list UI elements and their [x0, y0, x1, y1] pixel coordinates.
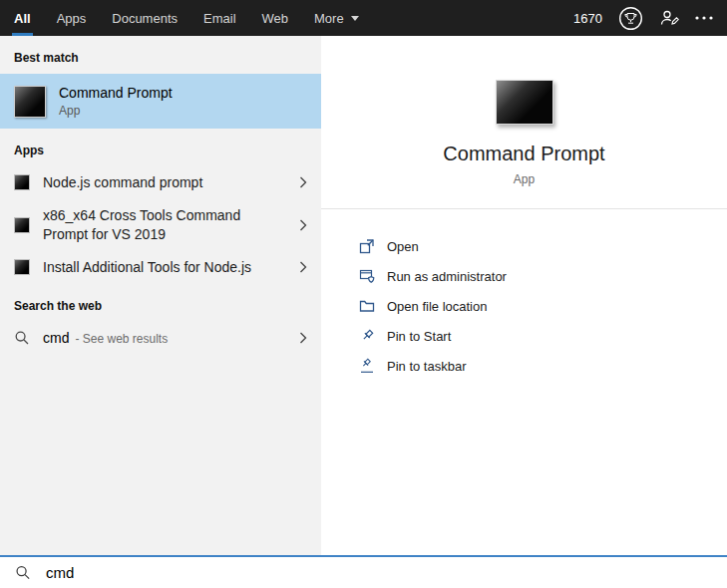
- tab-web-label: Web: [262, 11, 289, 26]
- rewards-points-count: 1670: [573, 11, 602, 26]
- web-result-suffix: - See web results: [75, 332, 168, 346]
- ellipsis-icon[interactable]: [695, 16, 713, 20]
- tab-all-label: All: [14, 11, 31, 26]
- search-the-web-header: Search the web: [0, 284, 321, 322]
- best-match-title: Command Prompt: [59, 85, 173, 101]
- results-list-panel: Best match Command Prompt App Apps Node.…: [0, 36, 321, 555]
- best-match-header: Best match: [0, 36, 321, 74]
- windows-search-panel: All Apps Documents Email Web More 1670: [0, 0, 727, 588]
- app-item-install-additional-tools[interactable]: Install Additional Tools for Node.js: [0, 251, 321, 284]
- action-label: Pin to taskbar: [387, 359, 467, 374]
- action-pin-to-taskbar[interactable]: Pin to taskbar: [359, 351, 727, 381]
- tab-email-label: Email: [203, 11, 236, 26]
- search-icon: [15, 565, 31, 581]
- tab-apps-label: Apps: [57, 11, 87, 26]
- action-open[interactable]: Open: [359, 231, 727, 261]
- filter-tabs: All Apps Documents Email Web More: [14, 0, 359, 36]
- tab-email[interactable]: Email: [203, 0, 236, 36]
- tab-more-label: More: [314, 11, 344, 26]
- terminal-icon: [14, 217, 30, 233]
- topbar-right-cluster: 1670: [573, 0, 713, 36]
- web-result-label: cmd- See web results: [43, 329, 280, 348]
- action-label: Open file location: [387, 299, 487, 314]
- search-filter-bar: All Apps Documents Email Web More 1670: [0, 0, 727, 36]
- admin-shield-icon: [359, 268, 375, 284]
- best-match-item[interactable]: Command Prompt App: [0, 74, 321, 129]
- app-item-x86-x64-cross-tools[interactable]: x86_x64 Cross Tools Command Prompt for V…: [0, 199, 321, 251]
- search-input[interactable]: [44, 563, 712, 582]
- context-actions: Open Run as administrator: [321, 209, 727, 381]
- app-item-label: Install Additional Tools for Node.js: [43, 258, 280, 277]
- search-bar: [0, 555, 727, 588]
- search-icon: [14, 330, 30, 346]
- preview-header: Command Prompt App: [321, 36, 727, 209]
- action-label: Run as administrator: [387, 269, 507, 284]
- apps-header: Apps: [0, 129, 321, 166]
- chevron-right-icon[interactable]: [293, 176, 313, 188]
- web-result-item[interactable]: cmd- See web results: [0, 322, 321, 355]
- tab-apps[interactable]: Apps: [57, 0, 87, 36]
- rewards-icon[interactable]: [618, 6, 643, 31]
- pin-icon: [359, 328, 375, 344]
- tab-all[interactable]: All: [14, 0, 31, 36]
- chevron-right-icon[interactable]: [293, 332, 313, 344]
- terminal-icon: [14, 259, 30, 275]
- tab-more[interactable]: More: [314, 0, 359, 36]
- preview-title: Command Prompt: [443, 143, 604, 165]
- action-run-as-administrator[interactable]: Run as administrator: [359, 261, 727, 291]
- search-results-area: Best match Command Prompt App Apps Node.…: [0, 36, 727, 555]
- preview-subtitle: App: [514, 172, 535, 186]
- app-item-label: x86_x64 Cross Tools Command Prompt for V…: [43, 206, 280, 244]
- chevron-right-icon[interactable]: [293, 219, 313, 231]
- command-prompt-icon: [14, 86, 46, 118]
- chevron-right-icon[interactable]: [293, 261, 313, 273]
- tab-documents[interactable]: Documents: [112, 0, 178, 36]
- best-match-subtitle: App: [59, 104, 173, 118]
- chevron-down-icon: [351, 16, 359, 21]
- folder-icon: [359, 298, 375, 314]
- preview-panel: Command Prompt App Open: [321, 36, 727, 555]
- terminal-icon: [14, 174, 30, 190]
- tab-documents-label: Documents: [112, 11, 178, 26]
- open-icon: [359, 238, 375, 254]
- command-prompt-icon-large: [496, 80, 553, 125]
- tab-web[interactable]: Web: [262, 0, 289, 36]
- app-item-nodejs-command-prompt[interactable]: Node.js command prompt: [0, 166, 321, 199]
- action-open-file-location[interactable]: Open file location: [359, 291, 727, 321]
- action-label: Open: [387, 239, 419, 254]
- pin-to-taskbar-icon: [359, 358, 375, 374]
- action-label: Pin to Start: [387, 329, 451, 344]
- feedback-icon[interactable]: [659, 8, 679, 28]
- web-result-query: cmd: [43, 330, 69, 346]
- action-pin-to-start[interactable]: Pin to Start: [359, 321, 727, 351]
- app-item-label: Node.js command prompt: [43, 173, 280, 192]
